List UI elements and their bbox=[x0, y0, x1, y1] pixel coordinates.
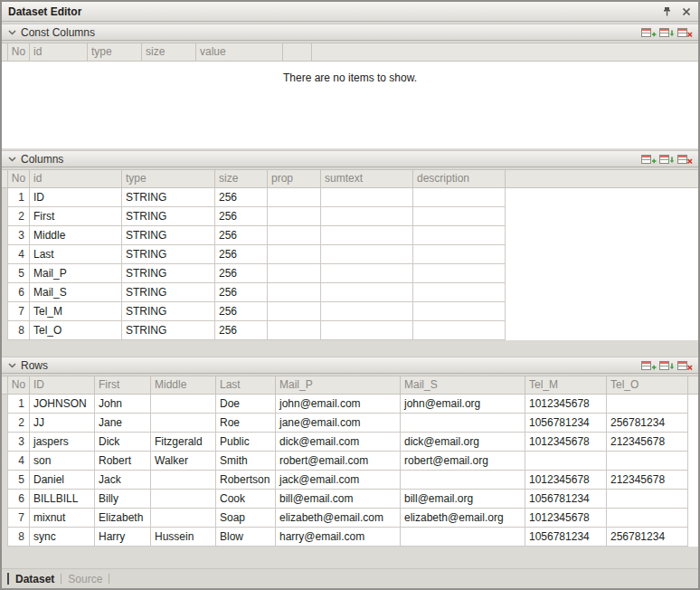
data-cell[interactable]: Jack bbox=[95, 471, 151, 490]
table-row[interactable]: 1JOHNSONJohnDoejohn@email.comjohn@email.… bbox=[7, 395, 698, 414]
data-cell[interactable]: Tel_M bbox=[30, 302, 122, 321]
data-cell[interactable]: 256781234 bbox=[607, 414, 688, 433]
data-cell[interactable]: Cook bbox=[216, 490, 276, 509]
table-row[interactable]: 7Tel_MSTRING256 bbox=[7, 302, 698, 321]
column-header-id[interactable]: id bbox=[30, 170, 122, 187]
table-row[interactable]: 4LastSTRING256 bbox=[7, 245, 698, 264]
tab-dataset[interactable]: Dataset bbox=[15, 573, 54, 585]
row-number-cell[interactable]: 4 bbox=[7, 452, 30, 471]
data-cell[interactable]: 256 bbox=[215, 321, 268, 340]
data-cell[interactable] bbox=[268, 264, 321, 283]
table-row[interactable]: 8Tel_OSTRING256 bbox=[7, 321, 698, 340]
data-cell[interactable]: ID bbox=[30, 188, 122, 207]
data-cell[interactable]: Fitzgerald bbox=[151, 433, 216, 452]
pin-icon[interactable] bbox=[659, 5, 674, 19]
data-cell[interactable] bbox=[321, 321, 413, 340]
column-header-last[interactable]: Last bbox=[216, 376, 276, 394]
row-number-cell[interactable]: 1 bbox=[7, 188, 30, 207]
table-row[interactable]: 3MiddleSTRING256 bbox=[7, 226, 698, 245]
row-number-cell[interactable]: 3 bbox=[7, 433, 30, 452]
data-cell[interactable]: Harry bbox=[95, 528, 151, 547]
data-cell[interactable] bbox=[607, 395, 688, 414]
data-cell[interactable]: STRING bbox=[122, 188, 215, 207]
column-header-first[interactable]: First bbox=[95, 376, 151, 394]
data-cell[interactable]: Smith bbox=[216, 452, 276, 471]
data-cell[interactable] bbox=[607, 509, 688, 528]
column-header-tel_m[interactable]: Tel_M bbox=[525, 376, 607, 394]
table-row[interactable]: 6Mail_SSTRING256 bbox=[7, 283, 698, 302]
table-row[interactable]: 5Mail_PSTRING256 bbox=[7, 264, 698, 283]
data-cell[interactable]: Daniel bbox=[30, 471, 95, 490]
data-cell[interactable]: dick@email.com bbox=[276, 433, 401, 452]
data-cell[interactable]: JJ bbox=[30, 414, 95, 433]
data-cell[interactable] bbox=[268, 321, 321, 340]
data-cell[interactable] bbox=[321, 207, 413, 226]
data-cell[interactable]: jane@email.com bbox=[276, 414, 401, 433]
add-row-icon[interactable] bbox=[641, 359, 657, 372]
data-cell[interactable]: BILLBILL bbox=[30, 490, 95, 509]
data-cell[interactable]: 256 bbox=[215, 226, 268, 245]
data-cell[interactable]: Last bbox=[30, 245, 122, 264]
column-header-size[interactable]: size bbox=[215, 170, 268, 187]
data-cell[interactable]: Soap bbox=[216, 509, 276, 528]
data-cell[interactable] bbox=[268, 302, 321, 321]
row-number-cell[interactable]: 8 bbox=[7, 321, 30, 340]
table-row[interactable]: 8syncHarryHusseinBlowharry@email.com1056… bbox=[7, 528, 698, 547]
data-cell[interactable] bbox=[321, 302, 413, 321]
data-cell[interactable]: Robertson bbox=[216, 471, 276, 490]
data-cell[interactable]: dick@email.org bbox=[401, 433, 525, 452]
data-cell[interactable]: son bbox=[30, 452, 95, 471]
delete-row-icon[interactable] bbox=[677, 153, 693, 166]
data-cell[interactable]: 1056781234 bbox=[525, 528, 607, 547]
row-number-cell[interactable]: 6 bbox=[7, 490, 30, 509]
row-number-cell[interactable]: 2 bbox=[7, 207, 30, 226]
insert-row-icon[interactable] bbox=[659, 359, 675, 372]
column-header-mail_p[interactable]: Mail_P bbox=[276, 376, 401, 394]
table-row[interactable]: 3jaspersDickFitzgeraldPublicdick@email.c… bbox=[7, 433, 698, 452]
row-number-cell[interactable]: 5 bbox=[7, 471, 30, 490]
data-cell[interactable]: STRING bbox=[122, 226, 215, 245]
data-cell[interactable]: Walker bbox=[151, 452, 216, 471]
tab-source[interactable]: Source bbox=[68, 573, 102, 585]
data-cell[interactable]: Roe bbox=[216, 414, 276, 433]
insert-row-icon[interactable] bbox=[659, 26, 675, 39]
data-cell[interactable]: Hussein bbox=[151, 528, 216, 547]
data-cell[interactable] bbox=[321, 264, 413, 283]
data-cell[interactable] bbox=[268, 188, 321, 207]
data-cell[interactable]: 256 bbox=[215, 302, 268, 321]
data-cell[interactable]: STRING bbox=[122, 283, 215, 302]
column-header-size[interactable]: size bbox=[142, 43, 196, 61]
data-cell[interactable]: 256 bbox=[215, 188, 268, 207]
data-cell[interactable]: john@email.org bbox=[401, 395, 525, 414]
data-cell[interactable]: Tel_O bbox=[30, 321, 122, 340]
delete-row-icon[interactable] bbox=[677, 359, 693, 372]
close-icon[interactable] bbox=[679, 5, 694, 19]
data-cell[interactable] bbox=[413, 264, 506, 283]
data-cell[interactable] bbox=[401, 414, 525, 433]
data-cell[interactable]: Middle bbox=[30, 226, 122, 245]
row-number-cell[interactable]: 4 bbox=[7, 245, 30, 264]
row-number-cell[interactable]: 7 bbox=[7, 302, 30, 321]
table-row[interactable]: 4sonRobertWalkerSmithrobert@email.comrob… bbox=[7, 452, 698, 471]
data-cell[interactable] bbox=[268, 207, 321, 226]
data-cell[interactable] bbox=[321, 245, 413, 264]
row-number-cell[interactable]: 6 bbox=[7, 283, 30, 302]
section-header-const-columns[interactable]: Const Columns bbox=[2, 24, 698, 41]
data-cell[interactable]: robert@email.org bbox=[401, 452, 525, 471]
data-cell[interactable]: Public bbox=[216, 433, 276, 452]
data-cell[interactable] bbox=[151, 490, 216, 509]
data-cell[interactable]: STRING bbox=[122, 264, 215, 283]
add-row-icon[interactable] bbox=[641, 26, 657, 39]
column-header-no[interactable]: No bbox=[7, 43, 30, 61]
data-cell[interactable] bbox=[401, 471, 525, 490]
data-cell[interactable]: 1056781234 bbox=[525, 414, 607, 433]
row-number-cell[interactable]: 1 bbox=[7, 395, 30, 414]
row-number-cell[interactable]: 7 bbox=[7, 509, 30, 528]
data-cell[interactable]: 256 bbox=[215, 264, 268, 283]
data-cell[interactable] bbox=[151, 471, 216, 490]
data-cell[interactable]: Jane bbox=[95, 414, 151, 433]
data-cell[interactable]: Blow bbox=[216, 528, 276, 547]
data-cell[interactable]: john@email.com bbox=[276, 395, 401, 414]
column-header-prop[interactable]: prop bbox=[268, 170, 321, 187]
data-cell[interactable]: 212345678 bbox=[607, 433, 688, 452]
